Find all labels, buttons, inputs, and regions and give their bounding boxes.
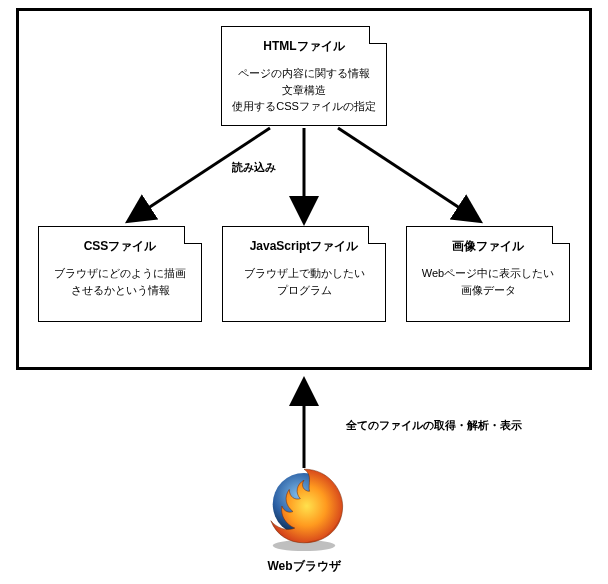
firefox-icon [258,460,350,552]
image-file-body: Webページ中に表示したい 画像データ [407,261,569,308]
css-file-title: CSSファイル [39,227,201,261]
css-file-box: CSSファイル ブラウザにどのように描画 させるかという情報 [38,226,202,322]
image-file-box: 画像ファイル Webページ中に表示したい 画像データ [406,226,570,322]
js-file-box: JavaScriptファイル ブラウザ上で動かしたい プログラム [222,226,386,322]
js-file-title: JavaScriptファイル [223,227,385,261]
dog-ear-icon [368,226,386,244]
dog-ear-icon [552,226,570,244]
image-file-title: 画像ファイル [407,227,569,261]
html-file-title: HTMLファイル [222,27,386,61]
fetch-edge-label: 全てのファイルの取得・解析・表示 [346,418,522,433]
js-file-body: ブラウザ上で動かしたい プログラム [223,261,385,308]
dog-ear-icon [369,26,387,44]
html-file-box: HTMLファイル ページの内容に関する情報 文章構造 使用するCSSファイルの指… [221,26,387,126]
css-file-body: ブラウザにどのように描画 させるかという情報 [39,261,201,308]
browser-label: Webブラウザ [254,558,354,575]
dog-ear-icon [184,226,202,244]
load-edge-label: 読み込み [232,160,276,175]
html-file-body: ページの内容に関する情報 文章構造 使用するCSSファイルの指定 [222,61,386,125]
